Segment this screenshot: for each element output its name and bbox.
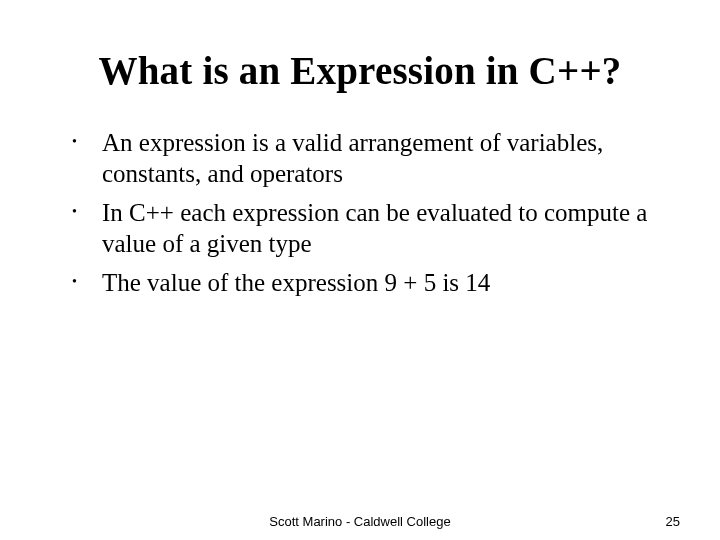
bullet-list: • An expression is a valid arrangement o…: [56, 127, 664, 306]
bullet-text: The value of the expression 9 + 5 is 14: [102, 267, 664, 298]
bullet-icon: •: [68, 267, 102, 297]
list-item: • In C++ each expression can be evaluate…: [68, 197, 664, 259]
slide-title: What is an Expression in C++?: [56, 48, 664, 93]
bullet-text: In C++ each expression can be evaluated …: [102, 197, 664, 259]
list-item: • An expression is a valid arrangement o…: [68, 127, 664, 189]
bullet-icon: •: [68, 127, 102, 157]
slide: What is an Expression in C++? • An expre…: [0, 0, 720, 540]
footer-author: Scott Marino - Caldwell College: [269, 514, 450, 529]
list-item: • The value of the expression 9 + 5 is 1…: [68, 267, 664, 298]
bullet-icon: •: [68, 197, 102, 227]
page-number: 25: [666, 514, 680, 529]
bullet-text: An expression is a valid arrangement of …: [102, 127, 664, 189]
